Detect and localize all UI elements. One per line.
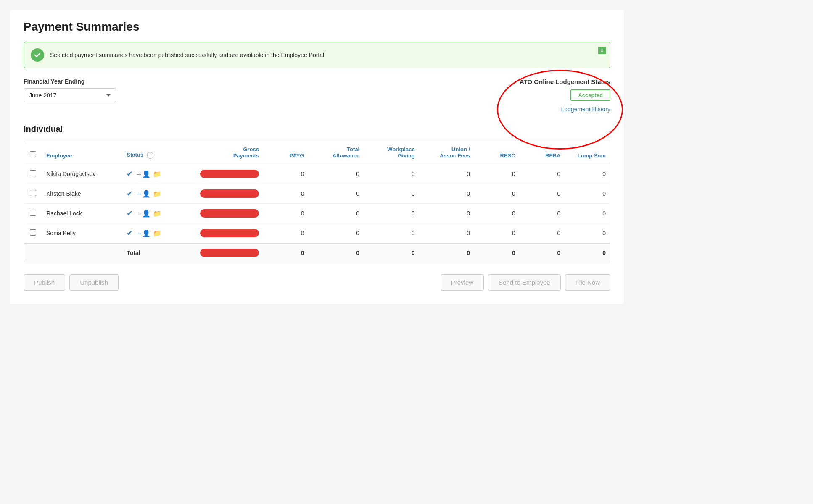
row-gross-payments bbox=[183, 223, 263, 244]
employees-table-wrapper: Employee Status i GrossPayments PAYG Tot… bbox=[24, 141, 610, 262]
row-checkbox[interactable] bbox=[30, 210, 36, 216]
row-union: 0 bbox=[419, 204, 475, 223]
totals-giving: 0 bbox=[364, 243, 419, 262]
status-folder-icon: 📁 bbox=[153, 170, 161, 178]
status-folder-icon: 📁 bbox=[153, 229, 161, 237]
status-info-icon[interactable]: i bbox=[147, 152, 153, 159]
row-employee-name: Rachael Lock bbox=[42, 204, 122, 223]
totals-gross-redacted bbox=[200, 249, 259, 257]
file-now-button[interactable]: File Now bbox=[565, 274, 610, 291]
row-giving: 0 bbox=[364, 204, 419, 223]
status-folder-icon: 📁 bbox=[153, 210, 161, 218]
row-checkbox-cell bbox=[24, 164, 42, 184]
controls-row: Financial Year Ending June 2017 June 201… bbox=[24, 78, 610, 113]
row-gross-payments bbox=[183, 184, 263, 204]
row-union: 0 bbox=[419, 184, 475, 204]
financial-year-section: Financial Year Ending June 2017 June 201… bbox=[24, 78, 116, 102]
success-icon bbox=[31, 48, 44, 62]
row-gross-payments bbox=[183, 204, 263, 223]
banner-close-button[interactable]: x bbox=[598, 47, 606, 54]
row-status-icons: ✔ →👤 📁 bbox=[122, 223, 182, 244]
header-checkbox-cell bbox=[24, 141, 42, 164]
header-gross-payments: GrossPayments bbox=[183, 141, 263, 164]
row-gross-payments bbox=[183, 164, 263, 184]
header-resc: RESC bbox=[474, 141, 520, 164]
row-resc: 0 bbox=[474, 223, 520, 244]
header-workplace-giving: WorkplaceGiving bbox=[364, 141, 419, 164]
header-employee: Employee bbox=[42, 141, 122, 164]
row-rfba: 0 bbox=[520, 223, 565, 244]
row-allowance: 0 bbox=[309, 223, 364, 244]
action-bar: Publish Unpublish Preview Send to Employ… bbox=[24, 271, 610, 291]
table-row: Sonia Kelly ✔ →👤 📁 0000000 bbox=[24, 223, 610, 244]
row-employee-name: Nikita Dorogavtsev bbox=[42, 164, 122, 184]
row-checkbox-cell bbox=[24, 223, 42, 244]
row-giving: 0 bbox=[364, 223, 419, 244]
totals-lump: 0 bbox=[565, 243, 610, 262]
row-allowance: 0 bbox=[309, 164, 364, 184]
totals-rfba: 0 bbox=[520, 243, 565, 262]
section-title: Individual bbox=[24, 124, 610, 134]
row-allowance: 0 bbox=[309, 184, 364, 204]
financial-year-label: Financial Year Ending bbox=[24, 78, 116, 85]
status-folder-icon: 📁 bbox=[153, 190, 161, 198]
action-bar-right: Preview Send to Employee File Now bbox=[441, 274, 610, 291]
publish-button[interactable]: Publish bbox=[24, 274, 65, 291]
row-checkbox-cell bbox=[24, 204, 42, 223]
banner-message: Selected payment summaries have been pub… bbox=[50, 52, 324, 58]
totals-empty bbox=[42, 243, 122, 262]
row-lump: 0 bbox=[565, 164, 610, 184]
status-person-icon: →👤 bbox=[135, 229, 150, 237]
row-payg: 0 bbox=[263, 164, 309, 184]
totals-union: 0 bbox=[419, 243, 475, 262]
header-status: Status i bbox=[122, 141, 182, 164]
row-status-icons: ✔ →👤 📁 bbox=[122, 184, 182, 204]
totals-label: Total bbox=[122, 243, 182, 262]
header-lump-sum: Lump Sum bbox=[565, 141, 610, 164]
employees-table: Employee Status i GrossPayments PAYG Tot… bbox=[24, 141, 610, 262]
header-payg: PAYG bbox=[263, 141, 309, 164]
totals-checkbox-cell bbox=[24, 243, 42, 262]
preview-button[interactable]: Preview bbox=[441, 274, 484, 291]
gross-redacted-bar bbox=[200, 229, 259, 237]
gross-redacted-bar bbox=[200, 170, 259, 178]
row-rfba: 0 bbox=[520, 204, 565, 223]
row-checkbox-cell bbox=[24, 184, 42, 204]
row-giving: 0 bbox=[364, 164, 419, 184]
lodgement-history-link[interactable]: Lodgement History bbox=[520, 106, 610, 113]
gross-redacted-bar bbox=[200, 209, 259, 218]
table-row: Rachael Lock ✔ →👤 📁 0000000 bbox=[24, 204, 610, 223]
table-row: Nikita Dorogavtsev ✔ →👤 📁 0000000 bbox=[24, 164, 610, 184]
row-resc: 0 bbox=[474, 164, 520, 184]
table-header-row: Employee Status i GrossPayments PAYG Tot… bbox=[24, 141, 610, 164]
row-checkbox[interactable] bbox=[30, 190, 36, 196]
header-total-allowance: TotalAllowance bbox=[309, 141, 364, 164]
table-row: Kirsten Blake ✔ →👤 📁 0000000 bbox=[24, 184, 610, 204]
row-lump: 0 bbox=[565, 223, 610, 244]
row-resc: 0 bbox=[474, 184, 520, 204]
select-all-checkbox[interactable] bbox=[30, 151, 36, 158]
financial-year-select[interactable]: June 2017 June 2016 June 2015 bbox=[24, 88, 116, 102]
status-person-icon: →👤 bbox=[135, 170, 150, 178]
send-to-employee-button[interactable]: Send to Employee bbox=[488, 274, 561, 291]
row-employee-name: Sonia Kelly bbox=[42, 223, 122, 244]
status-check-icon: ✔ bbox=[127, 228, 133, 238]
unpublish-button[interactable]: Unpublish bbox=[69, 274, 119, 291]
totals-resc: 0 bbox=[474, 243, 520, 262]
row-rfba: 0 bbox=[520, 184, 565, 204]
status-check-icon: ✔ bbox=[127, 189, 133, 198]
totals-allowance: 0 bbox=[309, 243, 364, 262]
success-banner: Selected payment summaries have been pub… bbox=[24, 42, 610, 68]
status-check-icon: ✔ bbox=[127, 169, 133, 178]
row-checkbox[interactable] bbox=[30, 229, 36, 236]
row-lump: 0 bbox=[565, 184, 610, 204]
ato-status-section: ATO Online Lodgement Status Accepted Lod… bbox=[520, 78, 610, 113]
row-status-icons: ✔ →👤 📁 bbox=[122, 204, 182, 223]
header-union-fees: Union /Assoc Fees bbox=[419, 141, 475, 164]
page-container: Payment Summaries Selected payment summa… bbox=[10, 10, 624, 304]
header-rfba: RFBA bbox=[520, 141, 565, 164]
row-payg: 0 bbox=[263, 184, 309, 204]
row-employee-name: Kirsten Blake bbox=[42, 184, 122, 204]
row-rfba: 0 bbox=[520, 164, 565, 184]
row-checkbox[interactable] bbox=[30, 170, 36, 176]
